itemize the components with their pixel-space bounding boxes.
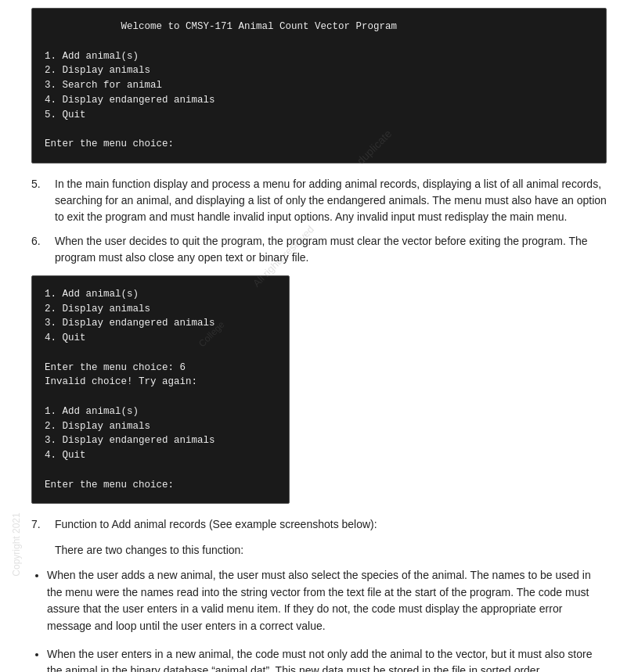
watermark-copyright: Copyright 2021 bbox=[11, 512, 22, 576]
bullet-content-1: When the user adds a new animal, the use… bbox=[47, 569, 591, 632]
two-changes-text: There are two changes to this function: bbox=[55, 542, 607, 559]
numbered-list-7: 7. Function to Add animal records (See e… bbox=[31, 516, 607, 533]
bullet-item-2: When the user enters in a new animal, th… bbox=[47, 646, 607, 672]
list-content-7: Function to Add animal records (See exam… bbox=[55, 516, 607, 533]
list-content-6: When the user decides to quit the progra… bbox=[55, 233, 607, 266]
list-item-6: 6. When the user decides to quit the pro… bbox=[31, 233, 607, 266]
list-num-5: 5. bbox=[31, 176, 55, 192]
terminal-partial: 1. Add animal(s) 2. Display animals 3. D… bbox=[31, 275, 290, 505]
list-item-7: 7. Function to Add animal records (See e… bbox=[31, 516, 607, 533]
bullet-item-1: When the user adds a new animal, the use… bbox=[47, 567, 607, 635]
list-item-5: 5. In the main function display and proc… bbox=[31, 176, 607, 225]
list-num-7: 7. bbox=[31, 516, 55, 533]
terminal-top: Welcome to CMSY-171 Animal Count Vector … bbox=[31, 8, 607, 164]
bullet-list: When the user adds a new animal, the use… bbox=[31, 567, 607, 672]
numbered-list-main: 5. In the main function display and proc… bbox=[31, 176, 607, 266]
bullet-content-2: When the user enters in a new animal, th… bbox=[47, 648, 593, 672]
list-num-6: 6. bbox=[31, 233, 55, 250]
list-content-5: In the main function display and process… bbox=[55, 176, 607, 225]
